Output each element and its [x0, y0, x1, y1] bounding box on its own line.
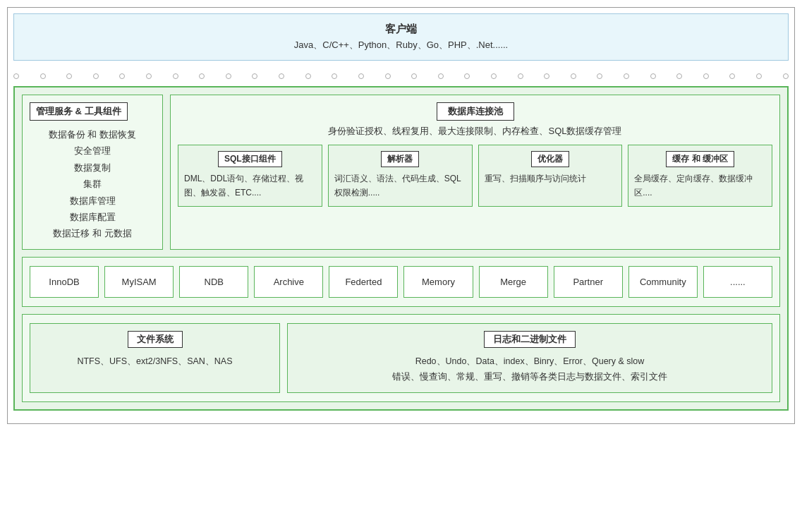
mgmt-item: 安全管理	[30, 143, 155, 159]
engine-federted: Federted	[329, 266, 398, 298]
divider-dot	[571, 73, 576, 79]
parser-box: 解析器 词汇语义、语法、代码生成、SQL权限检测.....	[328, 145, 473, 207]
connection-pool-title: 数据库连接池	[437, 102, 514, 121]
cache-text: 全局缓存、定向缓存、数据缓冲区....	[634, 171, 766, 200]
cache-title: 缓存 和 缓冲区	[666, 151, 734, 167]
parser-title: 解析器	[381, 151, 419, 167]
divider-dot	[305, 73, 311, 79]
management-section: 管理服务 & 工具组件 数据备份 和 数据恢复 安全管理 数据复制 集群 数据库…	[22, 95, 163, 250]
mgmt-item: 数据备份 和 数据恢复	[30, 126, 155, 143]
diagram-wrapper: 客户端 Java、C/C++、Python、Ruby、Go、PHP、.Net..…	[7, 7, 795, 424]
parser-text: 词汇语义、语法、代码生成、SQL权限检测.....	[334, 171, 466, 200]
divider-dot	[358, 73, 364, 79]
divider-dot	[199, 73, 205, 79]
divider-dot	[173, 73, 178, 79]
client-section: 客户端 Java、C/C++、Python、Ruby、Go、PHP、.Net..…	[13, 13, 789, 61]
optimizer-text: 重写、扫描顺序与访问统计	[485, 171, 616, 186]
divider-dot	[464, 73, 470, 79]
divider-dot	[783, 73, 789, 79]
divider-row	[13, 69, 789, 80]
divider-dot	[544, 73, 549, 79]
divider-dot	[491, 73, 497, 79]
divider-dot	[703, 73, 709, 79]
cache-box: 缓存 和 缓冲区 全局缓存、定向缓存、数据缓冲区....	[628, 145, 772, 207]
optimizer-title: 优化器	[531, 151, 569, 167]
divider-dot	[597, 73, 602, 79]
divider-dot	[226, 73, 231, 79]
engine-merge: Merge	[479, 266, 548, 298]
sql-component-title: SQL接口组件	[218, 151, 282, 167]
connection-pool-subtitle: 身份验证授权、线程复用、最大连接限制、内存检查、SQL数据缓存管理	[178, 125, 772, 138]
client-title: 客户端	[28, 23, 774, 36]
logs-text1: Redo、Undo、Data、index、Binry、Error、Query &…	[295, 353, 765, 370]
divider-dot	[385, 73, 391, 79]
divider-dot	[332, 73, 337, 79]
engine-partner: Partner	[554, 266, 623, 298]
filesystem-text: NTFS、UFS、ext2/3NFS、SAN、NAS	[37, 353, 272, 370]
logs-text2: 错误、慢查询、常规、重写、撤销等各类日志与数据文件、索引文件	[295, 369, 765, 385]
divider-dot	[438, 73, 444, 79]
optimizer-box: 优化器 重写、扫描顺序与访问统计	[478, 145, 623, 207]
mgmt-item: 数据库管理	[30, 193, 155, 209]
divider-dot	[66, 73, 72, 79]
divider-dot	[624, 73, 629, 79]
top-row: 管理服务 & 工具组件 数据备份 和 数据恢复 安全管理 数据复制 集群 数据库…	[22, 95, 780, 250]
divider-dot	[13, 73, 19, 79]
engines-section: InnoDB MyISAM NDB Archive Federted Memor…	[22, 257, 780, 307]
mgmt-item: 数据库配置	[30, 209, 155, 225]
divider-dot	[146, 73, 152, 79]
divider-dot	[93, 73, 99, 79]
divider-dot	[518, 73, 523, 79]
mgmt-item: 集群	[30, 176, 155, 192]
divider-dot	[650, 73, 656, 79]
divider-dot	[40, 73, 46, 79]
connection-pool-section: 数据库连接池 身份验证授权、线程复用、最大连接限制、内存检查、SQL数据缓存管理…	[170, 95, 780, 250]
engine-archive: Archive	[254, 266, 323, 298]
divider-dot	[756, 73, 762, 79]
divider-dot	[119, 73, 125, 79]
logs-title: 日志和二进制文件	[484, 331, 576, 348]
divider-dot	[411, 73, 417, 79]
sql-component-box: SQL接口组件 DML、DDL语句、存储过程、视图、触发器、ETC....	[178, 145, 322, 207]
divider-dot	[279, 73, 284, 79]
filesystem-box: 文件系统 NTFS、UFS、ext2/3NFS、SAN、NAS	[30, 323, 280, 393]
main-container: 管理服务 & 工具组件 数据备份 和 数据恢复 安全管理 数据复制 集群 数据库…	[13, 86, 789, 411]
bottom-row: 文件系统 NTFS、UFS、ext2/3NFS、SAN、NAS 日志和二进制文件…	[30, 323, 772, 393]
management-title: 管理服务 & 工具组件	[30, 102, 128, 121]
engine-memory: Memory	[403, 266, 473, 298]
divider-dot	[252, 73, 257, 79]
engine-community: Community	[628, 266, 698, 298]
engine-innodb: InnoDB	[30, 266, 99, 298]
logs-box: 日志和二进制文件 Redo、Undo、Data、index、Binry、Erro…	[287, 323, 772, 393]
filesystem-title: 文件系统	[128, 331, 183, 348]
engine-myisam: MyISAM	[104, 266, 174, 298]
management-list: 数据备份 和 数据恢复 安全管理 数据复制 集群 数据库管理 数据库配置 数据迁…	[30, 126, 155, 242]
divider-dot	[729, 73, 735, 79]
mgmt-item: 数据迁移 和 元数据	[30, 225, 155, 241]
divider-dot	[676, 73, 682, 79]
mgmt-item: 数据复制	[30, 159, 155, 176]
engine-more: ......	[703, 266, 772, 298]
client-subtitle: Java、C/C++、Python、Ruby、Go、PHP、.Net......	[28, 39, 774, 52]
bottom-section: 文件系统 NTFS、UFS、ext2/3NFS、SAN、NAS 日志和二进制文件…	[22, 314, 780, 402]
engines-row: InnoDB MyISAM NDB Archive Federted Memor…	[30, 266, 772, 298]
engine-ndb: NDB	[179, 266, 248, 298]
connection-pool-inner-row: SQL接口组件 DML、DDL语句、存储过程、视图、触发器、ETC.... 解析…	[178, 145, 772, 207]
sql-component-text: DML、DDL语句、存储过程、视图、触发器、ETC....	[184, 171, 316, 200]
